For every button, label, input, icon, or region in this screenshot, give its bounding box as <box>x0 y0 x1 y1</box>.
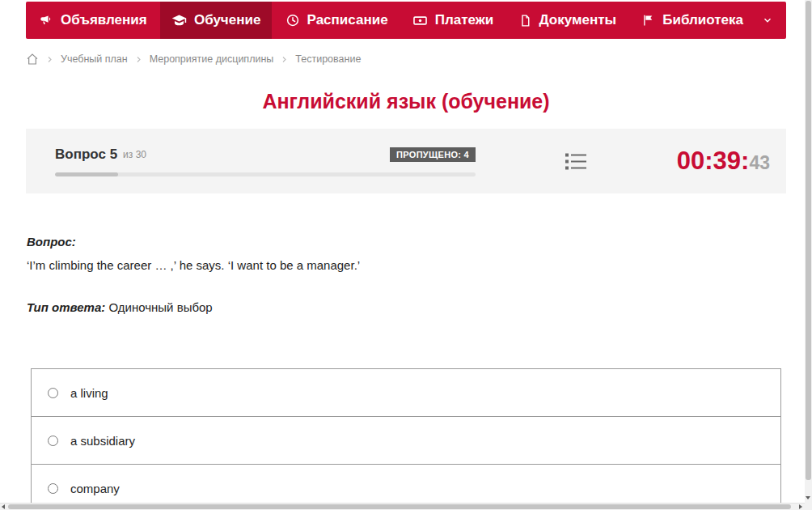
nav-label: Документы <box>539 12 617 28</box>
nav-label: Обучение <box>194 12 260 28</box>
banknote-icon <box>412 13 428 28</box>
top-navigation: Объявления Обучение Расписание Платежи Д… <box>26 2 786 39</box>
scroll-left-arrow-icon[interactable] <box>2 504 5 509</box>
test-header-card: Вопрос 5 из 30 ПРОПУЩЕНО: 4 00:39:43 <box>26 129 786 193</box>
chevron-right-icon <box>46 56 53 63</box>
main-content: Объявления Обучение Расписание Платежи Д… <box>26 0 786 510</box>
question-prompt-label: Вопрос: <box>27 235 786 249</box>
horizontal-scrollbar[interactable] <box>0 503 812 510</box>
breadcrumb: Учебный план Мероприятие дисциплины Тест… <box>26 53 786 66</box>
breadcrumb-item-testing: Тестирование <box>295 53 361 65</box>
home-icon[interactable] <box>26 53 39 66</box>
document-icon <box>518 14 532 28</box>
answer-type-label: Тип ответа: <box>27 300 105 314</box>
page-title: Английский язык (обучение) <box>26 90 786 113</box>
question-list-icon[interactable] <box>564 151 588 172</box>
timer-hours-minutes: 00:39: <box>677 147 750 176</box>
clock-icon <box>285 13 300 28</box>
answer-type-value: Одиночный выбор <box>108 300 212 314</box>
library-icon <box>641 13 655 28</box>
option-label: a subsidiary <box>70 434 135 448</box>
nav-item-documents[interactable]: Документы <box>507 2 628 39</box>
answer-option[interactable]: a living <box>31 368 781 417</box>
progress-fill <box>55 172 118 176</box>
answer-options: a living a subsidiary company <box>26 368 786 510</box>
option-label: a living <box>70 386 108 400</box>
radio-button[interactable] <box>48 483 58 494</box>
megaphone-icon <box>39 13 53 28</box>
scroll-down-arrow-icon[interactable] <box>806 496 810 499</box>
question-total: из 30 <box>123 149 146 160</box>
nav-label: Объявления <box>61 12 147 28</box>
progress-bar <box>55 172 476 176</box>
nav-label: Библиотека <box>662 12 743 28</box>
horizontal-scrollbar-thumb[interactable] <box>8 504 791 509</box>
chevron-right-icon <box>281 56 288 63</box>
radio-button[interactable] <box>48 388 58 398</box>
question-section: Вопрос: ‘I’m climbing the career … ,’ he… <box>26 235 786 314</box>
breadcrumb-item-discipline-events[interactable]: Мероприятие дисциплины <box>150 53 274 65</box>
nav-label: Расписание <box>307 12 388 28</box>
radio-button[interactable] <box>48 436 58 446</box>
question-text: ‘I’m climbing the career … ,’ he says. ‘… <box>27 258 786 272</box>
answer-option[interactable]: a subsidiary <box>31 416 781 465</box>
question-number: Вопрос 5 <box>55 147 117 163</box>
graduation-cap-icon <box>171 13 187 28</box>
chevron-right-icon <box>135 56 142 63</box>
option-label: company <box>70 482 120 495</box>
answer-type-row: Тип ответа: Одиночный выбор <box>27 300 786 314</box>
scroll-right-arrow-icon[interactable] <box>799 504 802 509</box>
vertical-scrollbar-thumb[interactable] <box>806 1 811 480</box>
nav-item-library[interactable]: Библиотека <box>629 2 785 39</box>
timer: 00:39:43 <box>677 147 770 176</box>
nav-item-announcements[interactable]: Объявления <box>27 2 159 39</box>
nav-label: Платежи <box>435 12 494 28</box>
scrollbar-corner <box>805 503 812 510</box>
nav-item-payments[interactable]: Платежи <box>401 2 505 39</box>
timer-seconds: 43 <box>749 152 770 174</box>
question-progress-block: Вопрос 5 из 30 ПРОПУЩЕНО: 4 <box>55 147 476 176</box>
chevron-down-icon[interactable] <box>762 15 773 26</box>
nav-item-schedule[interactable]: Расписание <box>274 2 400 39</box>
vertical-scrollbar[interactable] <box>805 0 812 503</box>
breadcrumb-item-curriculum[interactable]: Учебный план <box>61 53 128 65</box>
skipped-badge: ПРОПУЩЕНО: 4 <box>390 147 476 162</box>
nav-item-learning[interactable]: Обучение <box>160 2 272 39</box>
